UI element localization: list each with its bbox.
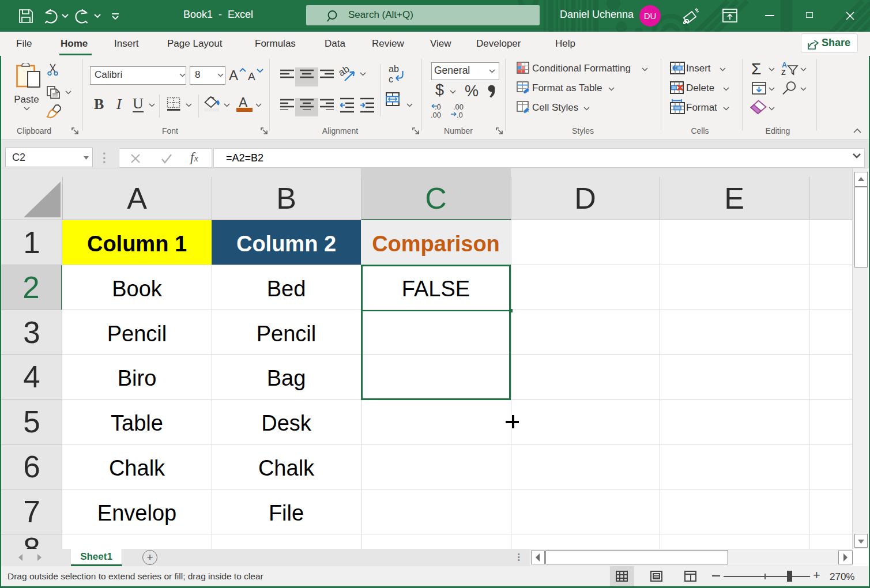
svg-text:.0: .0 xyxy=(435,103,441,111)
svg-text:.00: .00 xyxy=(431,111,441,118)
svg-text:A: A xyxy=(782,61,787,69)
svg-text:c: c xyxy=(389,74,393,84)
svg-text:.00: .00 xyxy=(453,103,464,111)
svg-text:.0: .0 xyxy=(457,111,463,118)
svg-text:ab: ab xyxy=(389,64,399,74)
svg-text:Z: Z xyxy=(781,69,786,76)
